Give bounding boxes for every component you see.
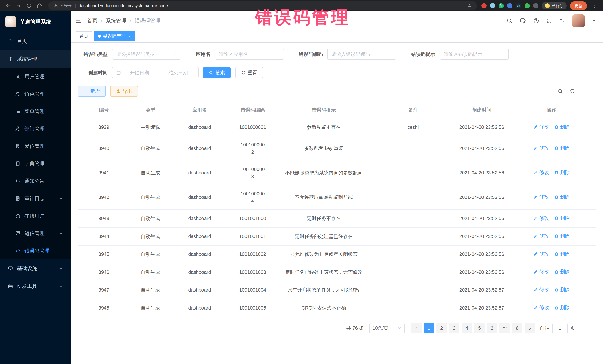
- avatar-caret-down-icon[interactable]: [592, 19, 596, 23]
- browser-home-icon[interactable]: [35, 1, 44, 10]
- goto-page-input[interactable]: [552, 323, 568, 333]
- tab-home[interactable]: 首页: [76, 31, 92, 41]
- sidebar-item-9[interactable]: 审计日志: [0, 190, 70, 207]
- sidebar-item-7[interactable]: 字典管理: [0, 155, 70, 172]
- page-button-1[interactable]: 1: [424, 323, 434, 333]
- svg-text:T: T: [560, 18, 562, 23]
- calendar-icon: [116, 70, 121, 75]
- page-button-6[interactable]: 6: [487, 323, 497, 333]
- extension-icon-4[interactable]: [507, 3, 512, 8]
- sidebar-item-13[interactable]: 基础设施: [0, 259, 70, 277]
- sidebar-item-8[interactable]: 通知公告: [0, 172, 70, 190]
- edit-link[interactable]: 修改: [533, 268, 549, 276]
- edit-link[interactable]: 修改: [533, 250, 549, 258]
- browser-menu-icon[interactable]: [590, 1, 599, 10]
- extension-icon-6[interactable]: [524, 3, 530, 8]
- collapse-sidebar-icon[interactable]: [76, 18, 82, 24]
- page-button-3[interactable]: 3: [449, 323, 459, 333]
- error-code-input[interactable]: [327, 49, 396, 60]
- cell-actions: 修改删除: [508, 136, 596, 161]
- user-avatar[interactable]: [572, 14, 585, 27]
- error-hint-input[interactable]: [440, 49, 509, 60]
- date-range-separator: -: [158, 70, 160, 76]
- page-size-select[interactable]: 10条/页: [369, 323, 405, 333]
- error-code-label: 错误码编码: [299, 51, 323, 57]
- delete-link[interactable]: 删除: [554, 268, 570, 276]
- bookmark-star-icon[interactable]: [467, 1, 473, 10]
- extension-icon-3[interactable]: V: [499, 3, 504, 8]
- sidebar-item-4[interactable]: 菜单管理: [0, 103, 70, 120]
- delete-link[interactable]: 删除: [554, 169, 570, 176]
- search-icon[interactable]: [507, 18, 512, 24]
- breadcrumb-system[interactable]: 系统管理: [106, 17, 127, 24]
- reset-button[interactable]: 重置: [235, 67, 263, 78]
- more-pages-button[interactable]: [499, 323, 510, 333]
- edit-link[interactable]: 修改: [533, 144, 549, 152]
- browser-back-icon[interactable]: [4, 1, 13, 10]
- delete-link[interactable]: 删除: [554, 286, 570, 293]
- next-page-button[interactable]: [525, 323, 535, 333]
- extension-icon-2[interactable]: [490, 3, 495, 8]
- export-button[interactable]: 导出: [110, 86, 138, 97]
- delete-link[interactable]: 删除: [554, 193, 570, 200]
- page-button-8[interactable]: 8: [512, 323, 522, 333]
- sidebar-item-12[interactable]: 错误码管理: [0, 242, 70, 259]
- app-logo[interactable]: 芋道管理系统: [0, 11, 70, 32]
- paused-badge[interactable]: 已暂停: [542, 2, 567, 10]
- tab-error-code[interactable]: 错误码管理: [94, 31, 135, 41]
- extension-icon-1[interactable]: [481, 3, 487, 8]
- close-tab-icon[interactable]: [128, 34, 131, 38]
- edit-link[interactable]: 修改: [533, 304, 549, 311]
- extension-puzzle-icon[interactable]: [533, 3, 538, 8]
- add-button[interactable]: 新增: [78, 86, 106, 97]
- browser-forward-icon[interactable]: [14, 1, 23, 10]
- sidebar-item-11[interactable]: 短信管理: [0, 225, 70, 242]
- sidebar-item-5[interactable]: 部门管理: [0, 120, 70, 138]
- sidebar-item-14[interactable]: 研发工具: [0, 277, 70, 295]
- edit-link[interactable]: 修改: [533, 215, 549, 222]
- security-indicator[interactable]: 不安全: [53, 1, 72, 10]
- online-users-icon: [15, 213, 21, 219]
- edit-link[interactable]: 修改: [533, 232, 549, 240]
- page-button-2[interactable]: 2: [436, 323, 447, 333]
- edit-link[interactable]: 修改: [533, 123, 549, 131]
- sidebar-item-1[interactable]: 系统管理: [0, 50, 70, 68]
- sidebar-item-0[interactable]: 首页: [0, 32, 70, 50]
- cell-hint: 定时任务已经处于该状态，无需修改: [277, 263, 370, 281]
- date-range-picker[interactable]: 开始日期 - 结束日期: [112, 67, 198, 78]
- address-bar[interactable]: 不安全 dashboard.yudao.iocoder.cn/system/er…: [48, 1, 477, 10]
- delete-link[interactable]: 删除: [554, 304, 570, 311]
- cell-id: 3940: [78, 136, 130, 161]
- extension-icon-5[interactable]: on: [516, 3, 521, 8]
- refresh-table-icon[interactable]: [570, 88, 575, 94]
- delete-link[interactable]: 删除: [554, 250, 570, 258]
- sidebar-item-3[interactable]: 角色管理: [0, 85, 70, 103]
- browser-reload-icon[interactable]: [24, 1, 33, 10]
- page-button-5[interactable]: 5: [474, 323, 485, 333]
- sidebar-item-2[interactable]: 用户管理: [0, 68, 70, 85]
- fullscreen-icon[interactable]: [546, 18, 552, 24]
- delete-link[interactable]: 删除: [554, 144, 570, 152]
- app-name-input[interactable]: [215, 49, 284, 60]
- update-button[interactable]: 更新: [570, 1, 587, 10]
- prev-page-button[interactable]: [411, 323, 422, 333]
- github-icon[interactable]: [520, 17, 526, 24]
- sidebar-item-10[interactable]: 在线用户: [0, 207, 70, 225]
- edit-link[interactable]: 修改: [533, 286, 549, 293]
- delete-link[interactable]: 删除: [554, 123, 570, 131]
- error-type-select[interactable]: [112, 49, 181, 60]
- breadcrumb-home[interactable]: 首页: [87, 17, 98, 24]
- error-type-select-input[interactable]: [112, 49, 181, 60]
- font-size-icon[interactable]: TT: [559, 18, 565, 24]
- delete-link[interactable]: 删除: [554, 232, 570, 240]
- search-button[interactable]: 搜索: [203, 67, 231, 78]
- page-button-4[interactable]: 4: [462, 323, 472, 333]
- help-icon[interactable]: [533, 18, 539, 24]
- toggle-search-icon[interactable]: [557, 88, 563, 94]
- delete-link[interactable]: 删除: [554, 215, 570, 222]
- edit-link[interactable]: 修改: [533, 193, 549, 200]
- sidebar-item-6[interactable]: 岗位管理: [0, 138, 70, 155]
- table-row: 3941自动生成dashboard1001000003不能删除类型为系统内置的参…: [78, 161, 596, 185]
- edit-icon: [533, 234, 538, 238]
- edit-link[interactable]: 修改: [533, 169, 549, 176]
